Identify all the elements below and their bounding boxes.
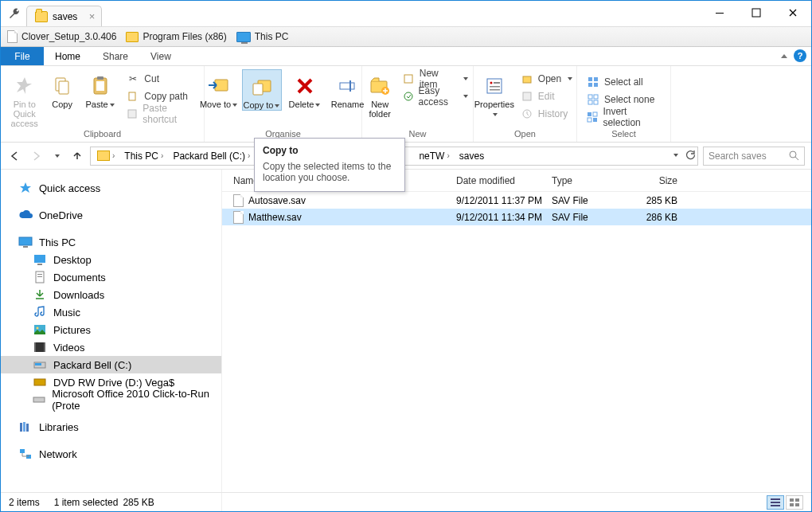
libraries-icon <box>18 420 33 433</box>
bookmark-thispc[interactable]: This PC <box>236 31 289 42</box>
history-button[interactable]: History <box>517 106 576 122</box>
view-details-button[interactable] <box>767 495 784 510</box>
open-button[interactable]: Open <box>517 71 576 87</box>
nav-pictures[interactable]: Pictures <box>1 321 221 338</box>
refresh-icon[interactable] <box>685 150 696 161</box>
crumb-this-pc[interactable]: This PC › <box>121 150 170 162</box>
nav-desktop[interactable]: Desktop <box>1 251 221 268</box>
nav-office[interactable]: Microsoft Office 2010 Click-to-Run (Prot… <box>1 391 221 408</box>
crumb-saves[interactable]: saves <box>456 150 489 162</box>
cut-button[interactable]: ✂Cut <box>123 71 197 87</box>
tab-title: saves <box>53 11 77 22</box>
invert-selection-icon <box>587 111 598 123</box>
nav-downloads[interactable]: Downloads <box>1 286 221 303</box>
status-bar: 2 items 1 item selected 285 KB <box>1 492 811 511</box>
new-folder-button[interactable]: New folder <box>364 69 396 119</box>
svg-rect-6 <box>96 81 104 91</box>
nav-onedrive[interactable]: OneDrive <box>1 206 221 224</box>
menu-share[interactable]: Share <box>92 47 139 65</box>
svg-rect-1 <box>752 9 760 17</box>
svg-rect-49 <box>34 342 36 352</box>
copy-path-icon <box>127 90 139 103</box>
edit-button[interactable]: Edit <box>517 88 576 104</box>
svg-rect-11 <box>253 84 263 95</box>
properties-button[interactable]: Properties <box>474 69 514 122</box>
delete-button[interactable]: Delete <box>285 69 325 111</box>
svg-rect-48 <box>34 342 45 352</box>
rename-button[interactable]: Rename <box>328 69 368 111</box>
svg-rect-8 <box>128 110 136 118</box>
nav-quick-access[interactable]: Quick access <box>1 179 221 197</box>
forward-button[interactable] <box>28 148 44 164</box>
dvd-icon <box>33 376 47 389</box>
menu-view[interactable]: View <box>139 47 182 65</box>
breadcrumb-dropdown-icon[interactable] <box>673 154 678 157</box>
menu-home[interactable]: Home <box>44 47 92 65</box>
folder-icon <box>126 32 139 42</box>
select-none-icon <box>587 93 599 106</box>
help-icon[interactable]: ? <box>794 49 806 62</box>
copy-path-button[interactable]: Copy path <box>123 88 197 104</box>
nav-music[interactable]: Music <box>1 303 221 321</box>
file-row[interactable]: Matthew.sav9/12/2011 11:34 PMSAV File286… <box>222 209 811 225</box>
maximize-button[interactable] <box>738 1 775 25</box>
nav-libraries[interactable]: Libraries <box>1 418 221 436</box>
view-icons-button[interactable] <box>786 495 803 510</box>
minimize-button[interactable] <box>701 1 738 25</box>
move-to-button[interactable]: Move to <box>199 69 239 111</box>
nav-videos[interactable]: Videos <box>1 338 221 356</box>
svg-rect-0 <box>716 13 724 14</box>
copy-to-tooltip: Copy to Copy the selected items to the l… <box>254 138 405 192</box>
downloads-icon <box>33 288 47 301</box>
pin-quick-access-button[interactable]: Pin to Quick access <box>7 69 41 128</box>
bookmark-clover[interactable]: Clover_Setup_3.0.406 <box>7 30 116 43</box>
pictures-icon <box>33 323 47 336</box>
drive-icon <box>33 393 45 406</box>
browser-tab[interactable]: saves × <box>26 6 102 26</box>
up-button[interactable] <box>69 148 85 164</box>
svg-rect-7 <box>129 92 135 100</box>
invert-selection-button[interactable]: Invert selection <box>584 109 664 125</box>
open-icon <box>521 72 533 85</box>
svg-rect-54 <box>33 397 45 402</box>
svg-rect-50 <box>44 342 45 352</box>
svg-rect-31 <box>594 95 598 99</box>
back-button[interactable] <box>7 148 23 164</box>
bookmark-programfiles[interactable]: Program Files (x86) <box>126 31 226 42</box>
svg-rect-61 <box>771 502 780 503</box>
crumb-netw[interactable]: neTW › <box>416 150 455 162</box>
tab-close-icon[interactable]: × <box>89 10 96 22</box>
nav-this-pc[interactable]: This PC <box>1 233 221 251</box>
paste-button[interactable]: Paste <box>83 69 117 128</box>
cloud-icon <box>18 209 33 221</box>
nav-drive-c[interactable]: Packard Bell (C:) <box>1 356 221 373</box>
svg-point-47 <box>37 327 39 330</box>
menu-file[interactable]: File <box>1 47 44 65</box>
nav-documents[interactable]: Documents <box>1 268 221 286</box>
svg-rect-30 <box>588 95 592 99</box>
nav-network[interactable]: Network <box>1 445 221 463</box>
svg-rect-9 <box>215 80 228 91</box>
file-row[interactable]: Autosave.sav9/12/2011 11:37 PMSAV File28… <box>222 192 811 209</box>
svg-rect-64 <box>795 498 799 502</box>
content-area: Quick access OneDrive This PC Desktop Do… <box>1 170 811 512</box>
select-all-button[interactable]: Select all <box>584 74 664 90</box>
recent-button[interactable] <box>49 148 64 164</box>
new-item-button[interactable]: New item <box>400 71 472 87</box>
collapse-ribbon-icon[interactable] <box>781 54 787 58</box>
svg-rect-5 <box>97 76 103 80</box>
svg-rect-16 <box>404 75 412 83</box>
copy-button[interactable]: Copy <box>45 69 79 128</box>
file-pane: Name Date modified Type Size Autosave.sa… <box>222 170 811 512</box>
svg-rect-60 <box>771 498 780 500</box>
svg-rect-56 <box>23 422 25 432</box>
paste-shortcut-button[interactable]: Paste shortcut <box>123 106 197 122</box>
wrench-icon[interactable] <box>6 5 23 22</box>
pc-icon <box>18 236 33 248</box>
copy-to-button[interactable]: Copy to <box>242 69 282 111</box>
select-none-button[interactable]: Select none <box>584 92 664 107</box>
close-button[interactable] <box>775 1 811 25</box>
easy-access-button[interactable]: Easy access <box>400 88 472 104</box>
crumb-drive[interactable]: Packard Bell (C:) › <box>170 150 256 162</box>
search-input[interactable]: Search saves <box>703 147 805 166</box>
